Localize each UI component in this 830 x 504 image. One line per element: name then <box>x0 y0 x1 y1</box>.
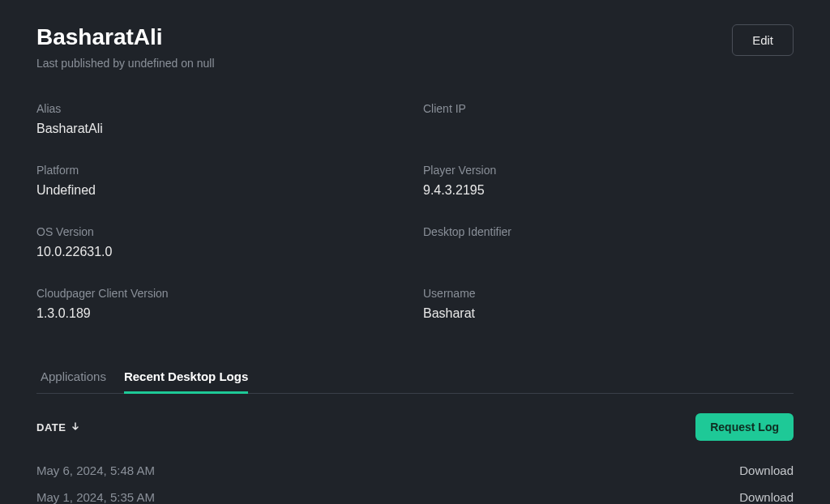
page-header: BasharatAli Last published by undefined … <box>36 24 794 70</box>
detail-cloudpager-version: Cloudpager Client Version 1.3.0.189 <box>36 287 407 321</box>
detail-label: Client IP <box>423 102 794 115</box>
edit-button[interactable]: Edit <box>732 24 794 56</box>
tab-recent-desktop-logs[interactable]: Recent Desktop Logs <box>124 361 248 394</box>
detail-value: Basharat <box>423 306 794 321</box>
table-row: May 1, 2024, 5:35 AM Download <box>36 484 794 504</box>
detail-value: 10.0.22631.0 <box>36 245 407 259</box>
detail-label: Player Version <box>423 164 794 177</box>
detail-os-version: OS Version 10.0.22631.0 <box>36 225 407 259</box>
detail-label: Username <box>423 287 794 300</box>
detail-value: Undefined <box>36 183 407 198</box>
table-row: May 6, 2024, 5:48 AM Download <box>36 457 794 484</box>
date-column-header[interactable]: DATE <box>36 421 80 434</box>
page-title: BasharatAli <box>36 24 215 50</box>
table-header: DATE Request Log <box>36 413 794 441</box>
tab-applications[interactable]: Applications <box>41 361 106 394</box>
detail-client-ip: Client IP <box>423 102 794 136</box>
download-link[interactable]: Download <box>739 490 794 504</box>
header-left: BasharatAli Last published by undefined … <box>36 24 215 70</box>
detail-label: OS Version <box>36 225 407 238</box>
detail-value: 9.4.3.2195 <box>423 183 794 198</box>
details-grid: Alias BasharatAli Client IP Platform Und… <box>36 102 794 321</box>
detail-platform: Platform Undefined <box>36 164 407 198</box>
log-date: May 1, 2024, 5:35 AM <box>36 490 155 504</box>
detail-player-version: Player Version 9.4.3.2195 <box>423 164 794 198</box>
detail-label: Cloudpager Client Version <box>36 287 407 300</box>
page-subtitle: Last published by undefined on null <box>36 57 215 70</box>
download-link[interactable]: Download <box>739 463 794 477</box>
sort-down-icon <box>71 421 80 434</box>
request-log-button[interactable]: Request Log <box>695 413 794 441</box>
date-header-label: DATE <box>36 421 66 434</box>
detail-desktop-identifier: Desktop Identifier <box>423 225 794 259</box>
detail-label: Desktop Identifier <box>423 225 794 238</box>
detail-label: Alias <box>36 102 407 115</box>
detail-label: Platform <box>36 164 407 177</box>
detail-username: Username Basharat <box>423 287 794 321</box>
detail-value: 1.3.0.189 <box>36 306 407 321</box>
log-date: May 6, 2024, 5:48 AM <box>36 463 155 477</box>
tabs: Applications Recent Desktop Logs <box>36 361 794 394</box>
detail-value: BasharatAli <box>36 122 407 136</box>
detail-alias: Alias BasharatAli <box>36 102 407 136</box>
